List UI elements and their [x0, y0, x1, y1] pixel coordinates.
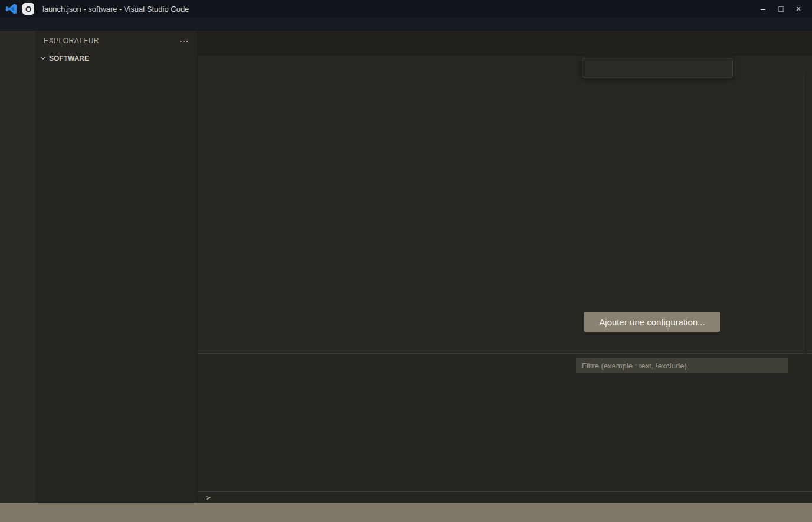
explorer-section-header[interactable]: SOFTWARE: [35, 51, 197, 66]
console-filter-input[interactable]: [576, 358, 788, 373]
vscode-logo-icon: [5, 2, 18, 15]
sidebar-title-row: EXPLORATEUR ⋯: [35, 31, 197, 51]
workspace-name: SOFTWARE: [49, 54, 89, 63]
debug-console-output: [198, 377, 812, 491]
add-configuration-button[interactable]: Ajouter une configuration...: [584, 312, 720, 332]
bottom-panel: >: [198, 353, 812, 503]
app-icon-o: O: [22, 3, 34, 15]
status-bar: [0, 503, 812, 522]
minimize-button[interactable]: –: [754, 1, 772, 17]
sidebar-more-actions[interactable]: ⋯: [179, 35, 189, 47]
chevron-down-icon: [39, 54, 47, 64]
tab-bar: [198, 31, 812, 56]
overview-ruler[interactable]: [804, 72, 812, 353]
sidebar-title: EXPLORATEUR: [44, 37, 99, 45]
vscode-window: O launch.json - software - Visual Studio…: [0, 0, 812, 522]
activity-bar: [0, 31, 35, 503]
maximize-button[interactable]: □: [772, 1, 790, 17]
minimap[interactable]: [725, 73, 803, 150]
window-title: launch.json - software - Visual Studio C…: [42, 5, 749, 14]
title-bar: O launch.json - software - Visual Studio…: [0, 0, 812, 18]
panel-header: [198, 354, 812, 377]
code-editor[interactable]: Ajouter une configuration...: [198, 72, 812, 353]
debug-console-prompt[interactable]: >: [198, 491, 812, 503]
menu-bar: [0, 18, 812, 31]
editor-group: Ajouter une configuration... >: [198, 31, 812, 503]
explorer-sidebar: EXPLORATEUR ⋯ SOFTWARE: [35, 31, 198, 503]
close-button[interactable]: ×: [790, 1, 807, 17]
file-tree: [35, 66, 197, 503]
debug-toolbar: [582, 58, 733, 78]
window-controls: – □ ×: [754, 1, 807, 17]
prompt-chevron: >: [206, 493, 211, 502]
